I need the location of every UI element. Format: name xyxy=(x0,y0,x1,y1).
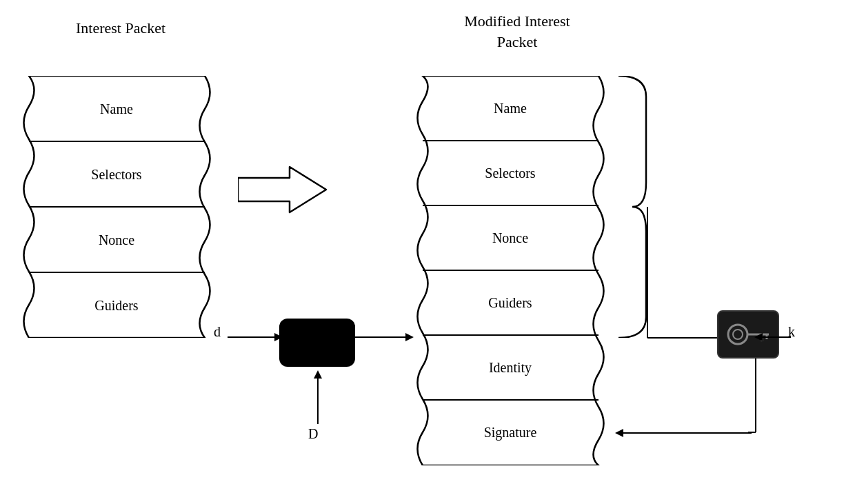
svg-text:Guiders: Guiders xyxy=(94,298,139,313)
k-arrow xyxy=(753,330,791,345)
brace-right xyxy=(615,76,650,338)
left-title: Interest Packet xyxy=(21,19,221,37)
svg-marker-31 xyxy=(754,333,763,341)
svg-marker-24 xyxy=(314,370,322,379)
svg-text:Name: Name xyxy=(494,101,527,116)
right-title-line1: Modified Interest xyxy=(407,12,627,30)
svg-marker-22 xyxy=(405,333,414,341)
left-packet: Name Selectors Nonce Guiders xyxy=(15,76,219,338)
svg-point-25 xyxy=(728,325,747,344)
svg-text:Selectors: Selectors xyxy=(485,165,536,181)
svg-point-26 xyxy=(733,330,743,339)
transform-arrow xyxy=(238,165,328,214)
svg-text:Signature: Signature xyxy=(484,425,537,441)
svg-text:Selectors: Selectors xyxy=(91,167,142,182)
svg-text:Guiders: Guiders xyxy=(488,295,532,310)
right-title-line2: Packet xyxy=(407,33,627,51)
h-line-to-sig xyxy=(617,430,752,436)
svg-marker-7 xyxy=(238,167,326,212)
right-packet: Name Selectors Nonce Guiders Identity Si… xyxy=(409,76,612,465)
function-box xyxy=(279,319,355,367)
svg-text:Nonce: Nonce xyxy=(492,230,528,245)
d-label: d xyxy=(214,324,221,340)
key-to-sig-line xyxy=(748,359,763,434)
d-arrow xyxy=(228,330,283,345)
svg-text:Identity: Identity xyxy=(489,360,532,376)
brace-to-key-lines xyxy=(646,207,718,345)
D-arrow xyxy=(310,369,325,424)
diagram-container: Interest Packet Modified Interest Packet… xyxy=(0,0,855,504)
svg-text:Name: Name xyxy=(100,101,133,117)
svg-marker-20 xyxy=(274,333,283,341)
box-to-packet-arrow xyxy=(355,330,414,345)
svg-text:Nonce: Nonce xyxy=(99,232,134,248)
D-label: D xyxy=(308,426,318,442)
